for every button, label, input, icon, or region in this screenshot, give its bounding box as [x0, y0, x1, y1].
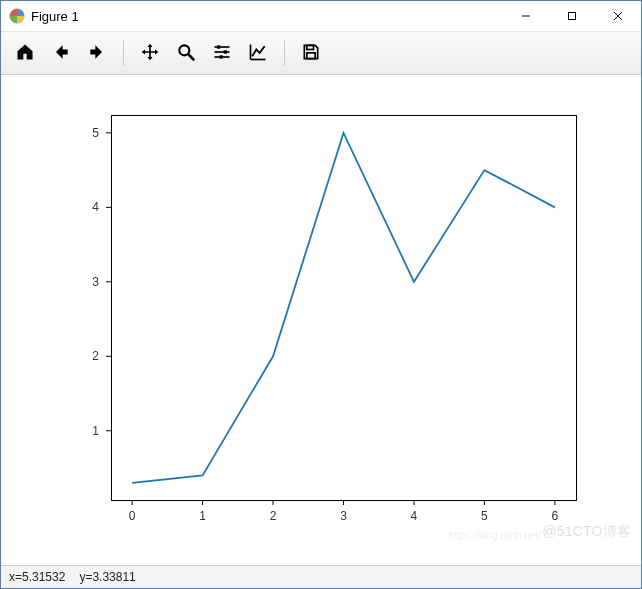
save-icon: [301, 42, 321, 65]
title-bar: Figure 1: [1, 1, 641, 32]
svg-text:2: 2: [270, 509, 277, 523]
chart-icon: [248, 42, 268, 65]
back-button[interactable]: [45, 37, 77, 69]
pan-icon: [140, 42, 160, 65]
line-chart: 012345612345: [41, 90, 601, 550]
window-title: Figure 1: [31, 9, 79, 24]
maximize-button[interactable]: [549, 1, 595, 31]
svg-line-6: [189, 54, 194, 59]
svg-text:5: 5: [92, 126, 99, 140]
zoom-icon: [176, 42, 196, 65]
svg-text:4: 4: [411, 509, 418, 523]
svg-text:1: 1: [92, 424, 99, 438]
status-x: x=5.31532: [9, 570, 65, 584]
toolbar-separator: [284, 40, 285, 66]
svg-text:6: 6: [552, 509, 559, 523]
subplots-button[interactable]: [206, 37, 238, 69]
close-button[interactable]: [595, 1, 641, 31]
minimize-button[interactable]: [503, 1, 549, 31]
svg-rect-13: [307, 45, 314, 49]
edit-button[interactable]: [242, 37, 274, 69]
pan-button[interactable]: [134, 37, 166, 69]
toolbar-separator: [123, 40, 124, 66]
svg-text:2: 2: [92, 349, 99, 363]
plot-canvas[interactable]: 012345612345 https://blog.csdn.net/ @51C…: [1, 75, 641, 565]
svg-text:3: 3: [92, 275, 99, 289]
svg-text:0: 0: [129, 509, 136, 523]
figure-window: Figure 1: [0, 0, 642, 589]
svg-rect-14: [307, 52, 315, 58]
sliders-icon: [212, 42, 232, 65]
svg-text:5: 5: [481, 509, 488, 523]
forward-button[interactable]: [81, 37, 113, 69]
status-bar: x=5.31532 y=3.33811: [1, 565, 641, 588]
nav-toolbar: [1, 32, 641, 75]
status-y: y=3.33811: [79, 570, 135, 584]
forward-icon: [87, 42, 107, 65]
svg-rect-8: [217, 45, 220, 48]
home-button[interactable]: [9, 37, 41, 69]
svg-text:4: 4: [92, 200, 99, 214]
svg-rect-10: [224, 50, 227, 53]
app-icon: [9, 8, 25, 24]
home-icon: [15, 42, 35, 65]
svg-text:3: 3: [340, 509, 347, 523]
svg-rect-2: [569, 13, 576, 20]
svg-rect-15: [111, 115, 576, 500]
svg-rect-12: [220, 55, 223, 58]
zoom-button[interactable]: [170, 37, 202, 69]
save-button[interactable]: [295, 37, 327, 69]
back-icon: [51, 42, 71, 65]
svg-text:1: 1: [199, 509, 206, 523]
